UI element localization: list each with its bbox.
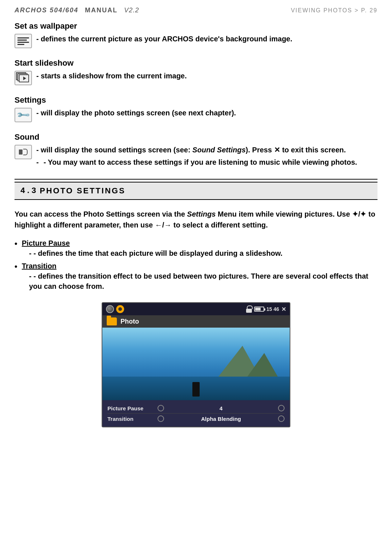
- wave-large: [23, 149, 28, 155]
- person-silhouette: [192, 382, 200, 397]
- bullet-item-picture-pause: Picture Pause - defines the time that ea…: [22, 239, 377, 258]
- play-small-icon: [23, 77, 26, 80]
- slideshow-description: - starts a slideshow from the current im…: [36, 71, 377, 81]
- header-nav: VIEWING PHOTOS > p. 29: [291, 7, 377, 14]
- sound-desc1-prefix: - will display the sound settings screen…: [36, 146, 192, 154]
- page-header: ARCHOS 504/604 MANUAL V2.2 VIEWING PHOTO…: [0, 0, 392, 18]
- photo-folder-icon: [107, 317, 117, 325]
- sound-title: Sound: [15, 132, 377, 142]
- transition-label: Transition: [107, 416, 155, 422]
- picture-pause-label: Picture Pause: [107, 405, 155, 411]
- battery-icon: [254, 307, 264, 312]
- status-left: [106, 305, 124, 313]
- wallpaper-line4: [17, 44, 24, 45]
- sound-desc1-suffix: ). Press ✕ to exit this screen.: [246, 146, 346, 154]
- chapter-header: 4.3 PHOTO SETTINGS: [15, 182, 377, 200]
- sound-icon-inner: [19, 149, 28, 155]
- settings-icon: 🔧: [15, 108, 32, 122]
- wallpaper-section: Set as wallpaper - defines the current p…: [15, 21, 377, 48]
- version-text: V2.2: [124, 7, 139, 14]
- settings-row-picture-pause: Picture Pause 4: [107, 403, 285, 414]
- settings-row-transition: Transition Alpha Blending: [107, 414, 285, 424]
- manual-text: MANUAL: [85, 7, 118, 14]
- nav-circle-left-0[interactable]: [158, 405, 164, 411]
- device-photo-background: [102, 328, 290, 400]
- speaker-shape: [19, 149, 23, 155]
- device-screenshot: 15 46 ✕ Photo Picture Pause 4 Tra: [102, 302, 290, 427]
- picture-pause-desc: - defines the time that each picture wil…: [22, 248, 377, 258]
- intro-text: You can access the Photo Settings screen…: [15, 209, 377, 230]
- transition-title: Transition: [22, 262, 57, 270]
- settings-title: Settings: [15, 95, 377, 105]
- nav-circle-right-1[interactable]: [278, 415, 285, 422]
- wallpaper-line3: [17, 42, 29, 43]
- section-divider: [15, 179, 377, 180]
- sound-item: - will display the sound settings screen…: [15, 145, 377, 168]
- wallpaper-icon: [15, 34, 32, 48]
- page-content: Set as wallpaper - defines the current p…: [0, 18, 392, 442]
- slideshow-title: Start slideshow: [15, 58, 377, 68]
- picture-pause-title: Picture Pause: [22, 239, 70, 247]
- slideshow-icon-inner: [16, 72, 30, 84]
- sound-waves: [23, 149, 28, 155]
- wallpaper-description: - defines the current picture as your AR…: [36, 34, 377, 44]
- device-settings-table: Picture Pause 4 Transition Alpha Blendin…: [102, 400, 290, 427]
- slideshow-item: - starts a slideshow from the current im…: [15, 71, 377, 85]
- wallpaper-line1: [17, 37, 29, 38]
- status-camera-icon: [116, 305, 124, 313]
- sound-settings-italic: Sound Settings: [192, 146, 246, 154]
- chapter-title: PHOTO SETTINGS: [40, 186, 126, 196]
- wallpaper-item: - defines the current picture as your AR…: [15, 34, 377, 48]
- header-brand: ARCHOS 504/604 MANUAL V2.2: [15, 7, 139, 14]
- sound-icon: [15, 145, 32, 159]
- status-cd-icon: [106, 305, 114, 313]
- transition-desc: - defines the transition effect to be us…: [22, 271, 377, 291]
- status-x-button[interactable]: ✕: [281, 306, 286, 313]
- picture-pause-value: 4: [167, 405, 275, 411]
- wrench-icon: 🔧: [15, 108, 32, 122]
- settings-italic: Settings: [187, 210, 216, 218]
- device-statusbar: 15 46 ✕: [102, 303, 290, 315]
- slideshow-icon: [15, 71, 32, 85]
- slideshow-section: Start slideshow - starts a slideshow fro…: [15, 58, 377, 85]
- status-right: 15 46 ✕: [246, 305, 286, 313]
- bullet-item-transition: Transition - defines the transition effe…: [22, 262, 377, 291]
- chapter-number: 4.3: [20, 186, 37, 196]
- settings-section: Settings 🔧 - will display the photo sett…: [15, 95, 377, 122]
- settings-description: - will display the photo settings screen…: [36, 108, 377, 118]
- transition-value: Alpha Blending: [167, 416, 275, 422]
- nav-circle-left-1[interactable]: [158, 415, 164, 422]
- sound-section: Sound - will display the sound settings …: [15, 132, 377, 168]
- img-layer-3: [19, 74, 29, 82]
- sound-desc1: - will display the sound settings screen…: [36, 145, 377, 155]
- wallpaper-line2: [17, 40, 27, 41]
- status-battery: [254, 307, 264, 312]
- sound-text-block: - will display the sound settings screen…: [36, 145, 377, 168]
- status-lock-icon: [246, 305, 252, 313]
- settings-item: 🔧 - will display the photo settings scre…: [15, 108, 377, 122]
- photo-label: Photo: [121, 318, 139, 325]
- bullet-list: Picture Pause - defines the time that ea…: [22, 239, 377, 291]
- nav-circle-right-0[interactable]: [278, 405, 285, 411]
- status-time: 15 46: [266, 306, 279, 312]
- brand-text: ARCHOS 504/604: [15, 7, 78, 14]
- device-photo-header: Photo: [102, 315, 290, 328]
- mountain-right: [246, 353, 279, 378]
- wallpaper-title: Set as wallpaper: [15, 21, 377, 31]
- battery-fill: [255, 308, 261, 311]
- sound-desc2: - You may want to access these settings …: [36, 157, 377, 167]
